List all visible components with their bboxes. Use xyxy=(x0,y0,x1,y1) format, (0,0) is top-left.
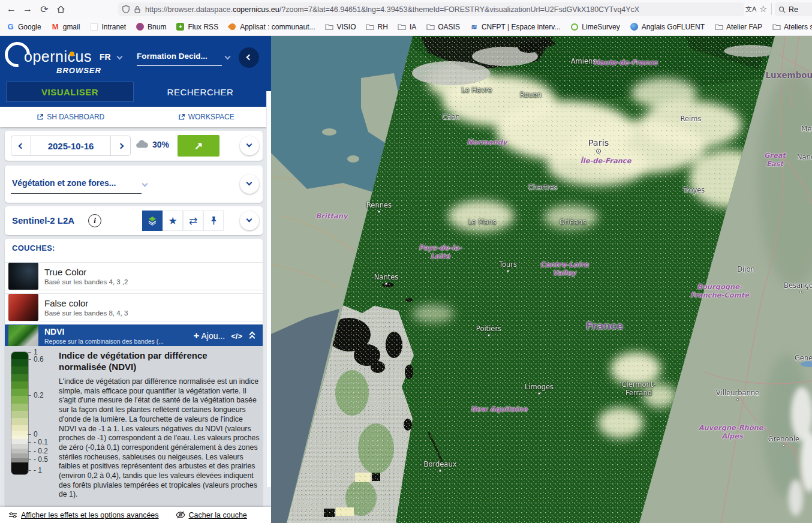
bookmark-label: IA xyxy=(410,23,416,31)
quick-search-field[interactable]: Re xyxy=(775,2,812,16)
sidebar-scrollbar[interactable] xyxy=(266,91,271,487)
layer-text: True ColorBasé sur les bandes 4, 3 ,2 xyxy=(44,267,263,285)
date-value[interactable]: 2025-10-16 xyxy=(31,136,111,155)
hide-layer-label: Cacher la couche xyxy=(189,511,247,519)
map-label-auvergne-rh-ne-: Auvergne-Rhône- Alpes xyxy=(699,423,766,440)
bookmark-item[interactable]: Intranet xyxy=(89,22,126,31)
app-logo-subtitle: BROWSER xyxy=(56,66,101,75)
bookmark-item[interactable]: Anglais GoFLUENT xyxy=(630,22,705,31)
scale-tick: 0.6 xyxy=(30,355,44,363)
expand-dataset-button[interactable] xyxy=(240,211,259,230)
collection-card: Végétation et zone fores... xyxy=(5,166,263,203)
bookmark-item[interactable]: Mgmail xyxy=(51,22,80,31)
bookmark-item[interactable]: +Flux RSS xyxy=(176,22,218,31)
language-selector[interactable]: FR xyxy=(100,52,111,62)
shield-icon[interactable] xyxy=(122,5,130,14)
add-layer-button[interactable]: + Ajou... xyxy=(193,330,225,342)
workspace-link[interactable]: WORKSPACE xyxy=(178,113,234,121)
map-marker xyxy=(799,291,802,293)
blank-icon xyxy=(89,22,98,31)
bookmark-label: Ateliers scolaires xyxy=(784,23,812,31)
toolbar-divider xyxy=(771,3,772,15)
bookmark-item[interactable]: Bnum xyxy=(136,22,166,31)
bookmark-label: Bnum xyxy=(148,23,166,31)
map-labels-overlay: AmiensHauts-de-FranceLuxembourgLe HavreR… xyxy=(271,36,812,523)
bookmark-label: CNFPT | Espace interv... xyxy=(482,23,560,31)
chevron-down-icon xyxy=(225,54,231,60)
expand-collection-button[interactable] xyxy=(240,175,259,194)
layer-subtitle: Basé sur les bandes 8, 4, 3 xyxy=(44,309,263,317)
pin-button[interactable] xyxy=(203,211,224,231)
map-label-reims: Reims xyxy=(681,115,702,123)
theme-selector[interactable]: Formation Decid... xyxy=(137,52,222,66)
bookmark-label: VISIO xyxy=(337,23,356,31)
forward-button[interactable]: → xyxy=(20,0,35,18)
map-label-rouen: Rouen xyxy=(520,91,542,99)
translate-button[interactable]: 文A xyxy=(745,0,756,18)
bookmark-label: RH xyxy=(378,23,388,31)
url-bar[interactable]: https://browser.dataspace.copernicus.eu/… xyxy=(118,2,744,16)
map-label-pays-de-la-: Pays-de-la- Loire xyxy=(419,244,462,260)
sh-dashboard-link[interactable]: SH DASHBOARD xyxy=(37,113,104,121)
collapse-panel-button[interactable] xyxy=(239,47,259,68)
layer-row-false-color[interactable]: False colorBasé sur les bandes 8, 4, 3 xyxy=(5,293,263,321)
google-icon: G xyxy=(6,22,15,31)
map-label-caen: Caen xyxy=(442,113,459,121)
map-label-hauts-de-france: Hauts-de-France xyxy=(594,58,658,67)
chevron-down-icon xyxy=(142,181,148,187)
map-marker xyxy=(783,444,785,447)
layer-footer-bar: Afficher les effets et les options avanc… xyxy=(0,507,271,523)
bookmark-item[interactable]: Ateliers scolaires xyxy=(772,22,812,31)
layer-thumbnail xyxy=(8,294,38,321)
visualize-date-button[interactable]: ↗ xyxy=(178,135,219,157)
map-label-dijon: Dijon xyxy=(737,265,755,273)
bookmark-item[interactable]: LimeSurvey xyxy=(570,22,619,31)
tab-visualize[interactable]: VISUALISER xyxy=(6,82,134,102)
collection-selector[interactable]: Végétation et zone fores... xyxy=(12,178,116,188)
bookmark-item[interactable]: Atelier FAP xyxy=(714,22,762,31)
info-button[interactable]: i xyxy=(88,214,101,227)
layers-card: COUCHES: True ColorBasé sur les bandes 4… xyxy=(5,239,263,507)
favorite-button[interactable]: ★ xyxy=(163,211,183,231)
layer-row-ndvi[interactable]: NDVIRepose sur la combinaison des bandes… xyxy=(5,324,263,347)
advanced-options-link[interactable]: Afficher les effets et les options avanc… xyxy=(8,511,159,519)
map-marker xyxy=(507,270,509,272)
layer-title: NDVI xyxy=(44,327,193,336)
url-text[interactable]: https://browser.dataspace.copernicus.eu/… xyxy=(145,5,639,14)
bookmark-star-button[interactable]: ☆ xyxy=(759,0,767,18)
hide-layer-link[interactable]: Cacher la couche xyxy=(176,511,247,519)
bookmark-item[interactable]: ≋CNFPT | Espace interv... xyxy=(470,22,560,31)
layer-row-true-color[interactable]: True ColorBasé sur les bandes 4, 3 ,2 xyxy=(5,262,263,290)
layers-button[interactable] xyxy=(142,211,163,231)
folder-icon xyxy=(398,22,407,31)
chevron-down-icon xyxy=(117,54,123,60)
back-button[interactable]: ← xyxy=(4,0,19,18)
tab-search[interactable]: RECHERCHER xyxy=(134,82,267,102)
url-prefix: https://browser.dataspace. xyxy=(145,5,233,14)
home-button[interactable] xyxy=(53,0,68,18)
bookmark-item[interactable]: GGoogle xyxy=(6,22,41,31)
bookmark-item[interactable]: IA xyxy=(398,22,416,31)
expand-date-options-button[interactable] xyxy=(240,136,259,155)
map-viewport[interactable]: AmiensHauts-de-FranceLuxembourgLe HavreR… xyxy=(271,36,812,523)
url-domain: copernicus.eu xyxy=(233,5,279,14)
layer-actions: + Ajou...</> xyxy=(193,330,257,342)
lock-icon[interactable] xyxy=(134,5,141,14)
cloud-icon xyxy=(136,140,149,149)
next-date-button[interactable] xyxy=(111,136,130,155)
collapse-description-button[interactable] xyxy=(248,332,257,340)
layers-icon xyxy=(147,215,158,226)
map-label-grenoble: Grenoble xyxy=(768,435,799,443)
bookmark-item[interactable]: VISIO xyxy=(325,22,356,31)
bookmark-item[interactable]: OASIS xyxy=(426,22,460,31)
bookmark-item[interactable]: Applisat : communaut... xyxy=(228,22,315,31)
search-icon xyxy=(778,6,786,13)
ndvi-description-panel: 10.60.20- 0.1- 0.2- 0.5- 1 Indice de vég… xyxy=(5,346,263,507)
code-editor-button[interactable]: </> xyxy=(231,332,242,341)
reload-button[interactable]: ⟳ xyxy=(37,0,52,18)
compare-button[interactable]: ⇄ xyxy=(183,211,203,231)
bookmark-item[interactable]: RH xyxy=(366,22,388,31)
previous-date-button[interactable] xyxy=(11,136,31,155)
diagonal-arrow-icon: ↗ xyxy=(194,140,203,152)
layer-thumbnail xyxy=(8,263,38,290)
